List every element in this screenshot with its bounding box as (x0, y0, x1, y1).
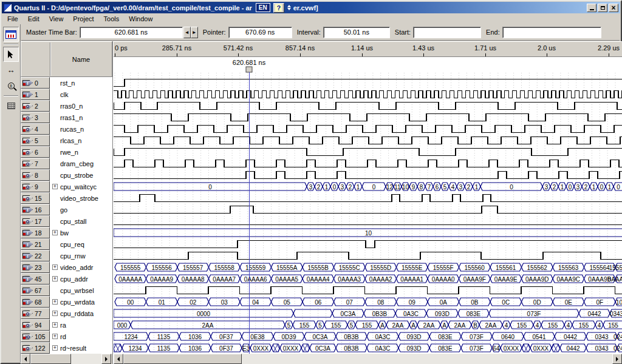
signal-name-cell[interactable]: clk (50, 89, 112, 100)
expand-plus-icon[interactable]: + (52, 276, 58, 281)
menu-edit[interactable]: Edit (23, 15, 44, 24)
expand-plus-icon[interactable]: + (52, 345, 58, 351)
signal-id-cell[interactable]: O3 (21, 112, 50, 123)
timeline-ruler[interactable]: 0 ps285.71 ns571.42 ns857.14 ns1.14 us1.… (114, 41, 622, 57)
scroll-right-button[interactable] (101, 354, 111, 364)
signal-row-rwe_n[interactable]: O6rwe_n (21, 146, 112, 158)
signal-name-cell[interactable]: +rd (50, 331, 112, 342)
signal-name-cell[interactable]: cpu_wrbsel (50, 285, 112, 296)
signal-id-cell[interactable]: O4 (21, 123, 50, 135)
signal-name-cell[interactable]: cpu_strobe (50, 169, 112, 181)
pointer-tool-button[interactable] (3, 47, 19, 62)
signal-id-cell[interactable]: IO105 (21, 331, 50, 342)
signal-id-cell[interactable]: O17 (21, 215, 50, 227)
signal-row-cpu_rnw[interactable]: I22cpu_rnw (21, 250, 112, 261)
signal-id-cell[interactable]: I67 (21, 285, 50, 296)
signal-id-cell[interactable]: O77 (21, 308, 50, 319)
signal-row-cpu_rddata[interactable]: O77+cpu_rddata (21, 308, 112, 319)
help-icon[interactable]: ? (273, 3, 284, 13)
master-time-bar-field[interactable]: 620.681 ns (80, 27, 183, 38)
restore-button[interactable] (598, 4, 607, 12)
signal-id-cell[interactable]: O122 (21, 342, 50, 354)
spin-left-button[interactable]: ◄ (183, 27, 191, 38)
signal-id-cell[interactable]: I23 (21, 261, 50, 273)
time-bar-tool-button[interactable]: ↔ (3, 62, 19, 78)
menu-view[interactable]: View (44, 15, 69, 24)
signal-row-rucas_n[interactable]: O4rucas_n (21, 123, 112, 135)
expand-plus-icon[interactable]: + (52, 322, 58, 328)
signal-id-cell[interactable]: O5 (21, 135, 50, 146)
signal-row-ra[interactable]: O94+ra (21, 319, 112, 331)
expand-plus-icon[interactable]: + (52, 230, 58, 235)
signal-row-cpu_wrdata[interactable]: I68+cpu_wrdata (21, 296, 112, 308)
scrollbar-thumb[interactable] (123, 354, 242, 364)
signal-name-cell[interactable]: +cpu_wrdata (50, 296, 112, 308)
signal-name-cell[interactable]: video_strobe (50, 192, 112, 204)
signal-row-cpu_req[interactable]: I21cpu_req (21, 238, 112, 250)
signal-row-bw[interactable]: I18+bw (21, 227, 112, 238)
signal-name-cell[interactable]: rucas_n (50, 123, 112, 135)
signal-row-cpu_wrbsel[interactable]: I67cpu_wrbsel (21, 285, 112, 296)
signal-row-rras0_n[interactable]: O2rras0_n (21, 100, 112, 112)
expand-plus-icon[interactable]: + (52, 184, 58, 189)
title-bar[interactable]: Quartus II - D:/d/pentevo/fpga/_ver0.00/… (2, 2, 620, 13)
start-field[interactable] (413, 27, 481, 38)
signal-row-go[interactable]: I16go (21, 204, 112, 215)
signal-row-rst_n[interactable]: I0rst_n (21, 77, 112, 89)
signal-id-cell[interactable]: O15 (21, 192, 50, 204)
signal-id-cell[interactable]: O2 (21, 100, 50, 112)
signal-name-cell[interactable]: rras1_n (50, 112, 112, 123)
waveform-canvas[interactable]: 620.681 ns032103210121110987654321032103… (114, 57, 622, 354)
signal-id-cell[interactable]: I68 (21, 296, 50, 308)
signal-id-cell[interactable]: I0 (21, 77, 50, 89)
signal-name-cell[interactable]: cpu_rnw (50, 250, 112, 261)
expand-plus-icon[interactable]: + (52, 299, 58, 305)
scroll-left-button[interactable] (21, 354, 30, 364)
scroll-left-button[interactable] (114, 354, 123, 364)
signal-id-cell[interactable]: O8 (21, 169, 50, 181)
signal-row-cpu_strobe[interactable]: O8cpu_strobe (21, 169, 112, 181)
menu-tools[interactable]: Tools (99, 15, 125, 24)
signal-name-cell[interactable]: cpu_req (50, 238, 112, 250)
signal-name-cell[interactable]: cpu_stall (50, 215, 112, 227)
signal-row-rlcas_n[interactable]: O5rlcas_n (21, 135, 112, 146)
new-waveform-editor-button[interactable] (3, 27, 19, 42)
signal-id-cell[interactable]: O9 (21, 181, 50, 192)
signal-id-cell[interactable]: I18 (21, 227, 50, 238)
menu-project[interactable]: Project (68, 15, 98, 24)
signal-id-cell[interactable]: O7 (21, 158, 50, 169)
signal-name-cell[interactable]: dram_cbeg (50, 158, 112, 169)
signal-row-cpu_addr[interactable]: I45+cpu_addr (21, 273, 112, 285)
expand-plus-icon[interactable]: + (52, 334, 58, 339)
close-button[interactable]: × (609, 4, 618, 12)
signal-row-dram_cbeg[interactable]: O7dram_cbeg (21, 158, 112, 169)
signal-name-cell[interactable]: rwe_n (50, 146, 112, 158)
signal-row-cpu_waitcyc[interactable]: O9+cpu_waitcyc (21, 181, 112, 192)
zoom-tool-button[interactable]: ± (3, 78, 19, 93)
master-time-bar[interactable]: 620.681 ns (233, 59, 266, 72)
signal-row-video_strobe[interactable]: O15video_strobe (21, 192, 112, 204)
scrollbar-thumb[interactable] (30, 354, 71, 364)
waveform-hscrollbar[interactable] (114, 354, 622, 364)
signal-name-cell[interactable]: +rd~result (50, 342, 112, 354)
signal-id-cell[interactable]: O94 (21, 319, 50, 331)
signal-row-rd~result[interactable]: O122+rd~result (21, 342, 112, 354)
menu-file[interactable]: File (2, 15, 23, 24)
signal-name-cell[interactable]: go (50, 204, 112, 215)
signal-name-cell[interactable]: rlcas_n (50, 135, 112, 146)
interval-field[interactable]: 50.01 ns (323, 27, 390, 38)
spin-right-button[interactable]: ► (191, 27, 198, 38)
name-panel-hscrollbar[interactable] (21, 354, 111, 364)
signal-name-cell[interactable]: +cpu_rddata (50, 308, 112, 319)
signal-name-cell[interactable]: +ra (50, 319, 112, 331)
full-screen-button[interactable] (3, 98, 19, 113)
language-bar-expand-icon[interactable] (287, 5, 291, 10)
signal-id-cell[interactable]: I21 (21, 238, 50, 250)
waveform-canvas-holder[interactable]: 620.681 ns032103210121110987654321032103… (114, 57, 622, 356)
signal-name-cell[interactable]: rras0_n (50, 100, 112, 112)
signal-name-cell[interactable]: +cpu_addr (50, 273, 112, 285)
signal-id-cell[interactable]: I45 (21, 273, 50, 285)
expand-plus-icon[interactable]: + (52, 265, 58, 270)
signal-name-cell[interactable]: +cpu_waitcyc (50, 181, 112, 192)
signal-row-cpu_stall[interactable]: O17cpu_stall (21, 215, 112, 227)
